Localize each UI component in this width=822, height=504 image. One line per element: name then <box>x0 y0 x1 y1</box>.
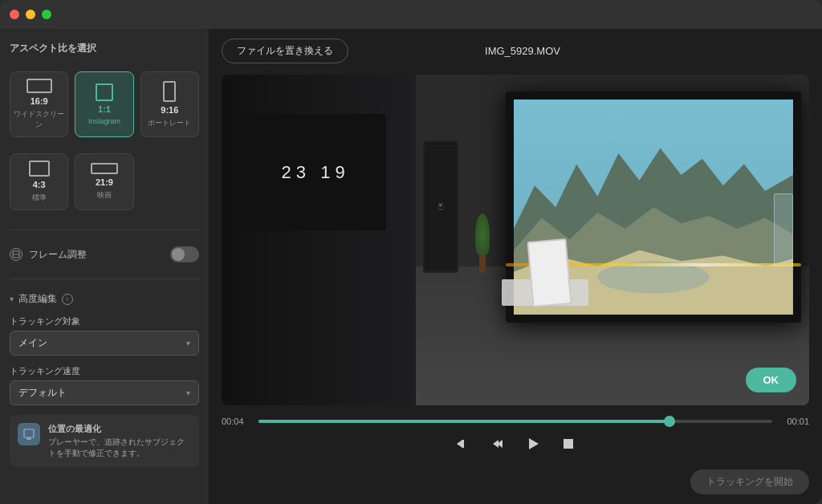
aspect-ratio-label-4-3: 4:3 <box>33 180 46 189</box>
chevron-icon: ▾ <box>10 295 14 303</box>
replace-file-button[interactable]: ファイルを置き換える <box>222 39 348 63</box>
svg-rect-2 <box>24 429 34 437</box>
advanced-edit-label: 高度編集 <box>18 292 57 306</box>
top-bar: ファイルを置き換える IMG_5929.MOV <box>222 39 809 67</box>
position-optimize-card: 位置の最適化 プレーヤーで、追跡されたサブジェクトを手動で修正できます。 <box>10 415 199 467</box>
info-card-description: プレーヤーで、追跡されたサブジェクトを手動で修正できます。 <box>48 437 191 459</box>
tracking-target-label: トラッキング対象 <box>10 315 199 327</box>
stop-icon <box>561 437 576 451</box>
video-container: 📱 <box>222 75 809 405</box>
file-name: IMG_5929.MOV <box>485 45 560 57</box>
cinema-icon <box>91 163 118 174</box>
timeline-row: 00:04 00:01 <box>222 417 809 426</box>
rewind-button[interactable] <box>451 433 474 455</box>
aspect-ratio-grid-row1: 16:9 ワイドスクリーン 1:1 Instagram 9:16 <box>10 71 199 137</box>
controls-bar: 00:04 00:01 <box>222 413 809 458</box>
tracking-target-value: メイン <box>18 336 47 350</box>
info-card-text: 位置の最適化 プレーヤーで、追跡されたサブジェクトを手動で修正できます。 <box>48 423 191 459</box>
tracking-speed-section: トラッキング速度 デフォルト ▾ <box>10 365 199 405</box>
step-back-icon <box>490 437 505 451</box>
aspect-item-1-1[interactable]: 1:1 Instagram <box>75 71 133 137</box>
bottom-bar: トラッキングを開始 <box>222 466 809 494</box>
svg-marker-10 <box>457 440 462 448</box>
play-button[interactable] <box>522 433 544 455</box>
ok-button[interactable]: OK <box>746 368 797 392</box>
time-current: 00:04 <box>222 417 252 426</box>
water-glass <box>774 193 794 266</box>
tracking-target-section: トラッキング対象 メイン ▾ <box>10 315 199 356</box>
tablet-screen: 📱 <box>425 142 457 271</box>
aspect-item-empty <box>140 153 199 210</box>
divider-2 <box>10 278 199 279</box>
aspect-item-21-9[interactable]: 21:9 映画 <box>75 153 133 210</box>
frame-adjust-label: フレーム調整 <box>10 248 87 262</box>
aspect-name-label-1-1: Instagram <box>88 117 120 125</box>
advanced-edit-header[interactable]: ▾ 高度編集 i <box>10 292 199 306</box>
small-tablet: 📱 <box>423 140 458 273</box>
aspect-ratio-grid-row2: 4:3 標準 21:9 映画 <box>10 153 199 210</box>
aspect-icon-4-3 <box>29 161 50 177</box>
timeline-fill <box>258 420 669 423</box>
rewind-icon <box>455 437 470 451</box>
portrait-icon <box>163 81 176 102</box>
aspect-name-label-4-3: 標準 <box>32 193 47 203</box>
wide-icon <box>26 79 52 93</box>
video-scene: 📱 <box>222 75 809 405</box>
aspect-ratio-label-1-1: 1:1 <box>98 104 111 114</box>
tracking-speed-label: トラッキング速度 <box>10 365 199 377</box>
info-card-icon <box>18 423 40 445</box>
plant-pot <box>479 255 486 273</box>
aspect-name-label-9-16: ポートレート <box>148 118 191 128</box>
aspect-item-9-16[interactable]: 9:16 ポートレート <box>140 71 199 137</box>
divider-1 <box>10 230 199 230</box>
timeline-track[interactable] <box>258 420 772 423</box>
timeline-thumb[interactable] <box>664 416 675 427</box>
aspect-name-label-16-9: ワイドスクリーン <box>14 109 64 130</box>
aspect-ratio-label-9-16: 9:16 <box>161 105 178 115</box>
square-icon <box>96 83 113 101</box>
aspect-icon-16-9 <box>26 79 52 93</box>
frame-adjust-toggle[interactable] <box>170 246 199 262</box>
plant-leaves <box>475 213 490 255</box>
close-button[interactable] <box>10 10 19 19</box>
aspect-icon-9-16 <box>163 81 176 102</box>
stop-button[interactable] <box>557 433 580 455</box>
svg-rect-15 <box>564 439 573 449</box>
left-panel: アスペクト比を選択 16:9 ワイドスクリーン 1:1 In <box>0 29 209 504</box>
svg-marker-14 <box>529 438 539 449</box>
svg-rect-11 <box>462 440 464 448</box>
aspect-icon-1-1 <box>96 83 113 101</box>
maximize-button[interactable] <box>42 10 51 19</box>
clock-display: 23 19 <box>245 114 386 230</box>
aspect-ratio-label-21-9: 21:9 <box>96 177 113 187</box>
aspect-item-16-9[interactable]: 16:9 ワイドスクリーン <box>10 71 68 137</box>
aspect-section-title: アスペクト比を選択 <box>10 42 199 55</box>
info-card-title: 位置の最適化 <box>48 423 191 435</box>
traffic-lights <box>10 10 51 19</box>
white-device <box>527 238 572 307</box>
tracking-speed-select[interactable]: デフォルト ▾ <box>10 380 199 405</box>
chevron-down-icon: ▾ <box>186 339 190 348</box>
info-icon[interactable]: i <box>62 294 73 305</box>
aspect-item-4-3[interactable]: 4:3 標準 <box>10 153 68 210</box>
start-tracking-button[interactable]: トラッキングを開始 <box>690 469 809 494</box>
chevron-down-icon-2: ▾ <box>186 388 190 397</box>
frame-adjust-icon <box>10 248 22 261</box>
time-total: 00:01 <box>779 417 809 426</box>
minimize-button[interactable] <box>26 10 35 19</box>
aspect-name-label-21-9: 映画 <box>97 190 112 201</box>
playback-controls <box>222 433 809 455</box>
frame-adjust-text: フレーム調整 <box>29 248 87 262</box>
scene-right: 📱 <box>416 75 809 405</box>
app-window: アスペクト比を選択 16:9 ワイドスクリーン 1:1 In <box>0 0 822 504</box>
standard-icon <box>29 161 50 177</box>
title-bar <box>0 0 822 29</box>
tracking-target-select[interactable]: メイン ▾ <box>10 331 199 356</box>
main-content: アスペクト比を選択 16:9 ワイドスクリーン 1:1 In <box>0 29 822 504</box>
step-back-button[interactable] <box>486 433 509 455</box>
aspect-icon-21-9 <box>91 163 118 174</box>
clock-time: 23 19 <box>282 162 350 183</box>
tracking-speed-value: デフォルト <box>18 386 67 400</box>
frame-adjust-row: フレーム調整 <box>10 243 199 266</box>
plant <box>470 213 494 273</box>
